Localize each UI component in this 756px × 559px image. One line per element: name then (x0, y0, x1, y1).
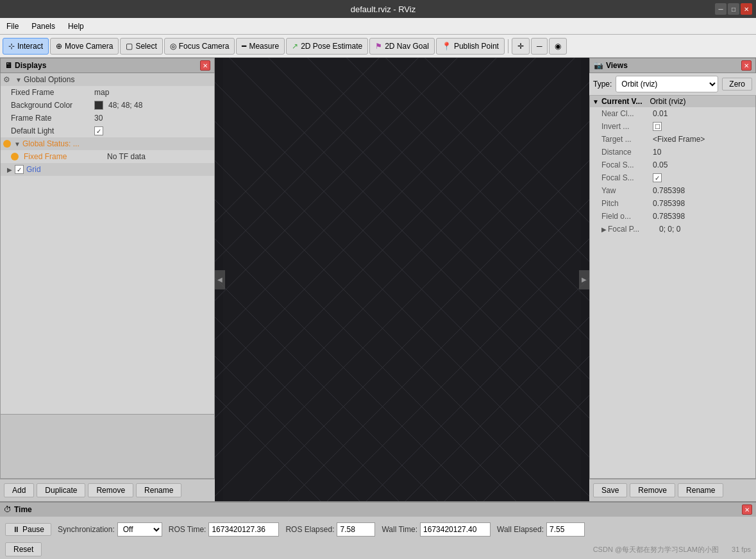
distance-label: Distance (601, 148, 653, 157)
views-type-label: Type: (593, 80, 612, 89)
target-label: Target ... (601, 135, 653, 144)
frame-rate-value[interactable]: 30 (94, 114, 212, 123)
time-close-button[interactable]: ✕ (742, 504, 752, 515)
sync-label: Synchronization: (58, 525, 115, 534)
pitch-label: Pitch (601, 199, 653, 208)
near-clip-value[interactable]: 0.01 (653, 109, 744, 118)
distance-value[interactable]: 10 (653, 148, 744, 157)
pause-button[interactable]: ⏸ Pause (5, 523, 51, 536)
ros-time-input[interactable] (208, 522, 279, 537)
interact-button[interactable]: ⊹ Interact (3, 38, 49, 55)
invert-row: Invert ... ☐ (590, 120, 755, 133)
views-remove-button[interactable]: Remove (630, 483, 675, 497)
measure-button[interactable]: ━ Measure (236, 38, 285, 55)
toolbar-extra-3[interactable]: ◉ (549, 38, 567, 55)
views-rename-button[interactable]: Rename (678, 483, 723, 497)
window-title: default.rviz - RViz (51, 4, 715, 14)
title-bar: default.rviz - RViz ─ □ ✕ (0, 0, 756, 18)
near-clip-label: Near Cl... (601, 109, 653, 118)
wall-elapsed-input[interactable] (546, 522, 585, 537)
toolbar-extra-2[interactable]: ─ (531, 38, 548, 55)
global-options-label: Global Options (24, 75, 107, 84)
close-button[interactable]: ✕ (741, 3, 752, 15)
displays-title: 🖥 Displays (4, 61, 46, 70)
grid-row: ▶ ✓ Grid (1, 163, 214, 176)
focus-camera-button[interactable]: ◎ Focus Camera (164, 38, 235, 55)
add-button[interactable]: Add (4, 483, 34, 497)
2d-nav-button[interactable]: ⚑ 2D Nav Goal (369, 38, 435, 55)
minimize-button[interactable]: ─ (715, 3, 727, 15)
publish-point-icon: 📍 (442, 42, 451, 51)
fixed-frame-status-row: Fixed Frame No TF data (1, 150, 214, 163)
current-view-expand[interactable]: ▼ (592, 98, 599, 105)
default-light-checkbox[interactable]: ✓ (94, 126, 103, 135)
global-status-expand[interactable]: ▼ (13, 141, 21, 148)
pitch-value[interactable]: 0.785398 (653, 199, 744, 208)
displays-panel-icon: 🖥 (4, 61, 12, 70)
fixed-frame-status-label: Fixed Frame (24, 152, 107, 161)
near-clip-row: Near Cl... 0.01 (590, 107, 755, 120)
displays-close-button[interactable]: ✕ (200, 60, 210, 71)
watermark: CSDN @每天都在努力学习SLAM的小图 (593, 545, 719, 555)
fixed-frame-status-value: No TF data (107, 152, 212, 161)
views-zero-button[interactable]: Zero (722, 78, 752, 90)
views-close-button[interactable]: ✕ (741, 60, 752, 71)
grid-label: Grid (26, 165, 110, 174)
grid-checkbox[interactable]: ✓ (15, 165, 24, 174)
target-value[interactable]: <Fixed Frame> (653, 135, 744, 144)
reset-button[interactable]: Reset (5, 542, 42, 556)
viewport-arrow-left[interactable]: ◀ (215, 270, 225, 289)
invert-value[interactable]: ☐ (653, 122, 744, 132)
views-content: ▼ Current V... Orbit (rviz) Near Cl... 0… (589, 96, 756, 479)
select-button[interactable]: ▢ Select (120, 38, 162, 55)
wall-time-input[interactable] (420, 522, 491, 537)
sync-select[interactable]: Off Approximate Exact (117, 522, 162, 537)
grid-expand[interactable]: ▶ (6, 166, 13, 173)
focal-p-value[interactable]: 0; 0; 0 (659, 225, 744, 234)
maximize-button[interactable]: □ (728, 3, 739, 15)
background-color-label: Background Color (11, 101, 94, 110)
target-row: Target ... <Fixed Frame> (590, 133, 755, 146)
focal-s2-checkbox[interactable]: ✓ (653, 173, 662, 182)
default-light-value[interactable]: ✓ (94, 126, 212, 136)
measure-label: Measure (249, 42, 279, 51)
duplicate-button[interactable]: Duplicate (37, 483, 85, 497)
views-type-row: Type: Orbit (rviz) Zero (589, 73, 756, 96)
ros-elapsed-input[interactable] (337, 522, 375, 537)
invert-checkbox[interactable]: ☐ (653, 122, 662, 131)
toolbar-separator (508, 39, 508, 53)
right-panel: 📷 Views ✕ Type: Orbit (rviz) Zero ▼ Curr… (589, 58, 756, 501)
views-type-select[interactable]: Orbit (rviz) (616, 76, 718, 92)
yaw-value[interactable]: 0.785398 (653, 186, 744, 195)
menu-panels[interactable]: Panels (25, 20, 62, 33)
rename-button[interactable]: Rename (136, 483, 181, 497)
2d-pose-button[interactable]: ↗ 2D Pose Estimate (286, 38, 368, 55)
menu-help[interactable]: Help (62, 20, 90, 33)
views-panel-icon: 📷 (594, 61, 603, 70)
toolbar-extra-1[interactable]: ✛ (512, 38, 530, 55)
watermark-fps-area: CSDN @每天都在努力学习SLAM的小图 31 fps (593, 545, 751, 555)
status-warning-icon (3, 140, 11, 148)
background-color-text: 48; 48; 48 (108, 101, 142, 110)
focal-p-expand[interactable]: ▶ (601, 226, 607, 233)
viewport-arrow-right[interactable]: ▶ (579, 270, 589, 289)
background-color-row: Background Color 48; 48; 48 (1, 99, 214, 112)
menu-file[interactable]: File (0, 20, 25, 33)
views-save-button[interactable]: Save (593, 483, 627, 497)
global-options-expand[interactable]: ▼ (15, 76, 22, 83)
displays-panel-label: Displays (15, 61, 46, 70)
background-color-value[interactable]: 48; 48; 48 (94, 101, 212, 110)
ros-elapsed-field: ROS Elapsed: (285, 522, 375, 537)
focal-s2-value[interactable]: ✓ (653, 173, 744, 183)
fixed-frame-label: Fixed Frame (11, 88, 94, 97)
move-camera-button[interactable]: ⊕ Move Camera (50, 38, 119, 55)
2d-pose-label: 2D Pose Estimate (301, 42, 362, 51)
remove-button[interactable]: Remove (88, 483, 133, 497)
grid-visualization (215, 58, 589, 501)
fov-value[interactable]: 0.785398 (653, 212, 744, 221)
publish-point-button[interactable]: 📍 Publish Point (436, 38, 505, 55)
focal-s1-value[interactable]: 0.05 (653, 160, 744, 169)
menu-bar: File Panels Help (0, 18, 756, 35)
fixed-frame-value[interactable]: map (94, 88, 212, 97)
viewport[interactable]: ◀ ▶ (215, 58, 589, 501)
